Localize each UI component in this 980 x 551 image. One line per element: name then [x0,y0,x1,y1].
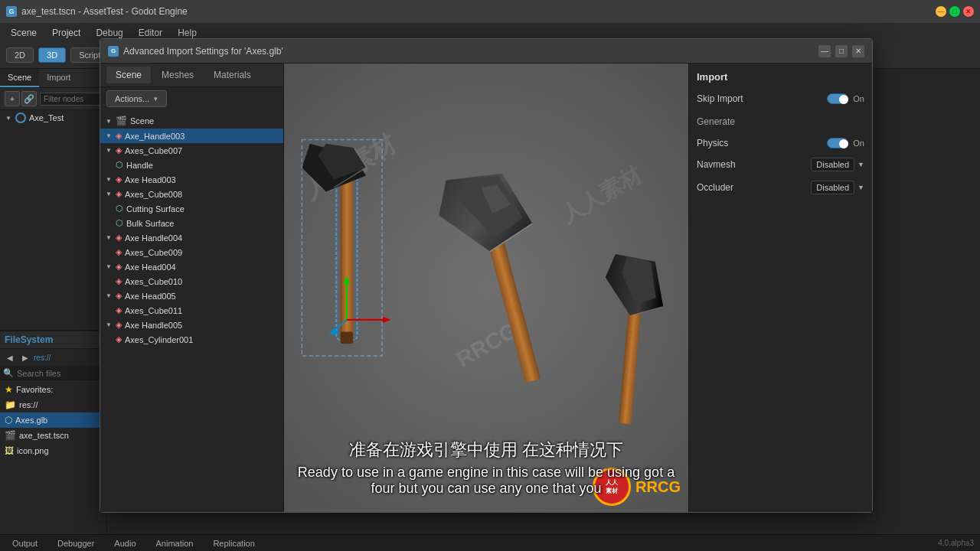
modal-tab-scene[interactable]: Scene [106,67,151,83]
tree-label-axe-head003: Axe Head003 [125,175,176,184]
node-icon [15,112,26,123]
mesh-icon: ◈ [116,145,122,155]
modal-title-bar: G Advanced Import Settings for 'Axes.glb… [100,39,872,64]
skip-import-toggle-box[interactable] [827,93,848,104]
menu-editor[interactable]: Editor [132,26,168,40]
tree-item-axes-cube011[interactable]: ▶ ◈ Axes_Cube011 [100,303,283,318]
tree-item-axe-handle004[interactable]: ▼ ◈ Axe Handle004 [100,230,283,245]
tab-import[interactable]: Import [39,69,78,87]
tree-item-scene[interactable]: ▼ 🎬 Scene [100,113,283,129]
minimize-button[interactable]: — [936,6,946,17]
filesystem-nav: ◀ ▶ res:// [0,349,106,367]
actions-button[interactable]: Actions... [106,90,167,107]
tree-item-axe-handle003[interactable]: ▼ ◈ Axe_Handle003 [100,129,283,143]
resource-icon: ⬡ [116,204,123,214]
tree-item-axes-cube008[interactable]: ▼ ◈ Axes_Cube008 [100,187,283,201]
physics-toggle: On [827,138,864,148]
fs-item-axes-glb[interactable]: ⬡ Axes.glb [0,412,106,428]
tree-item-cutting-surface[interactable]: ▶ ⬡ Cutting Surface [100,201,283,216]
fs-favorites[interactable]: ★ Favorites: [0,382,106,397]
tree-item-axes-cylinder001[interactable]: ▶ ◈ Axes_Cylinder001 [100,332,283,347]
nav-forward-button[interactable]: ▶ [18,350,32,364]
subtitle-english: Ready to use in a game engine in this ca… [284,465,688,497]
physics-label: Physics [697,138,728,148]
tree-item-axe-head005[interactable]: ▼ ◈ Axe Head005 [100,289,283,303]
tree-item-handle[interactable]: ▶ ⬡ Handle [100,158,283,172]
fs-label-axe-tscn: axe_test.tscn [19,431,69,440]
tree-item-axe-head003[interactable]: ▼ ◈ Axe Head003 [100,172,283,187]
mesh-icon: ◈ [116,247,122,257]
physics-toggle-box[interactable] [827,138,848,148]
arrow-icon: ▶ [105,307,113,315]
modal-tab-meshes[interactable]: Meshes [152,67,203,83]
modal-tab-materials[interactable]: Materials [204,67,260,83]
tree-label-axe-handle005: Axe Handle005 [125,321,182,330]
arrow-icon: ▼ [105,191,113,198]
tree-item-axe-handle005[interactable]: ▼ ◈ Axe Handle005 [100,318,283,332]
menu-scene[interactable]: Scene [5,26,43,40]
occluder-label: Occluder [697,182,733,193]
arrow-icon: ▶ [105,278,113,285]
menu-project[interactable]: Project [46,26,87,40]
arrow-icon: ▶ [105,336,113,344]
modal-controls: — □ ✕ [818,45,864,57]
fs-item-icon-png[interactable]: 🖼 icon.png [0,443,106,458]
tree-item-bulk-surface[interactable]: ▶ ⬡ Bulk Surface [100,216,283,230]
star-icon: ★ [5,384,13,395]
fs-item-axe-tscn[interactable]: 🎬 axe_test.tscn [0,428,106,443]
filesystem-header[interactable]: FileSystem [0,331,106,349]
tree-item-axes-cube007[interactable]: ▼ ◈ Axes_Cube007 [100,143,283,158]
resource-icon: ⬡ [116,218,123,228]
navmesh-value[interactable]: Disabled [811,158,854,171]
window-title: axe_test.tscn - AssetTest - Godot Engine [21,6,188,17]
occluder-value[interactable]: Disabled [811,181,854,194]
navmesh-label: Navmesh [697,159,736,170]
tree-label-axes-cube007: Axes_Cube007 [125,146,182,155]
bottom-audio[interactable]: Audio [108,538,142,549]
mesh-icon: ◈ [116,320,122,330]
bottom-animation[interactable]: Animation [150,538,200,549]
tree-actions: + 🔗 [5,91,37,106]
fs-item-res[interactable]: 📁 res:// [0,397,106,412]
subtitle-chinese: 准备在游戏引擎中使用 在这种情况下 [284,439,688,461]
nav-back-button[interactable]: ◀ [3,350,17,364]
modal-dialog: G Advanced Import Settings for 'Axes.glb… [100,38,873,513]
add-node-button[interactable]: + [5,91,20,106]
scene-root-node[interactable]: ▼ Axe_Test [0,110,106,126]
maximize-button[interactable]: □ [949,6,960,17]
modal-viewport: 人人素材 RRCG 人人素材 [284,64,688,512]
toolbar-3d[interactable]: 3D [38,47,66,63]
modal-right-panel: Import Skip Import On Generate Physics [688,64,872,512]
close-button[interactable]: ✕ [963,6,974,17]
tree-label-axe-handle003: Axe_Handle003 [125,132,185,141]
physics-state: On [853,139,864,148]
title-bar: G axe_test.tscn - AssetTest - Godot Engi… [0,0,980,23]
tree-item-axes-cube009[interactable]: ▶ ◈ Axes_Cube009 [100,245,283,259]
folder-icon: 📁 [5,399,16,410]
toolbar-2d[interactable]: 2D [6,47,34,63]
tree-item-axe-head004[interactable]: ▼ ◈ Axe Head004 [100,259,283,274]
scene-tree: ▼ Axe_Test [0,110,106,330]
search-bar: 🔍 [0,367,106,380]
physics-row: Physics On [697,136,864,150]
link-node-button[interactable]: 🔗 [21,91,37,106]
modal-close[interactable]: ✕ [852,45,864,57]
bottom-output[interactable]: Output [6,538,44,549]
main-window: 人人素材 RRCG 人人素材 G axe_test.tscn - AssetTe… [0,0,980,551]
menu-help[interactable]: Help [172,26,203,40]
bottom-debugger[interactable]: Debugger [51,538,100,549]
bottom-replication[interactable]: Replication [207,538,260,549]
arrow-icon: ▶ [105,205,113,213]
mesh-icon: ◈ [116,131,122,141]
fs-label-icon-png: icon.png [17,446,49,455]
modal-actions-bar: Actions... [100,87,283,110]
modal-minimize[interactable]: — [818,45,831,57]
navmesh-dropdown[interactable]: Disabled ▼ [811,158,864,171]
tree-item-axes-cube010[interactable]: ▶ ◈ Axes_Cube010 [100,274,283,289]
tree-label-axes-cube008: Axes_Cube008 [125,190,182,199]
tab-scene[interactable]: Scene [0,69,39,87]
occluder-dropdown[interactable]: Disabled ▼ [811,181,864,194]
modal-maximize[interactable]: □ [835,45,848,57]
menu-debug[interactable]: Debug [90,26,129,40]
tree-label-axes-cube009: Axes_Cube009 [125,248,182,257]
